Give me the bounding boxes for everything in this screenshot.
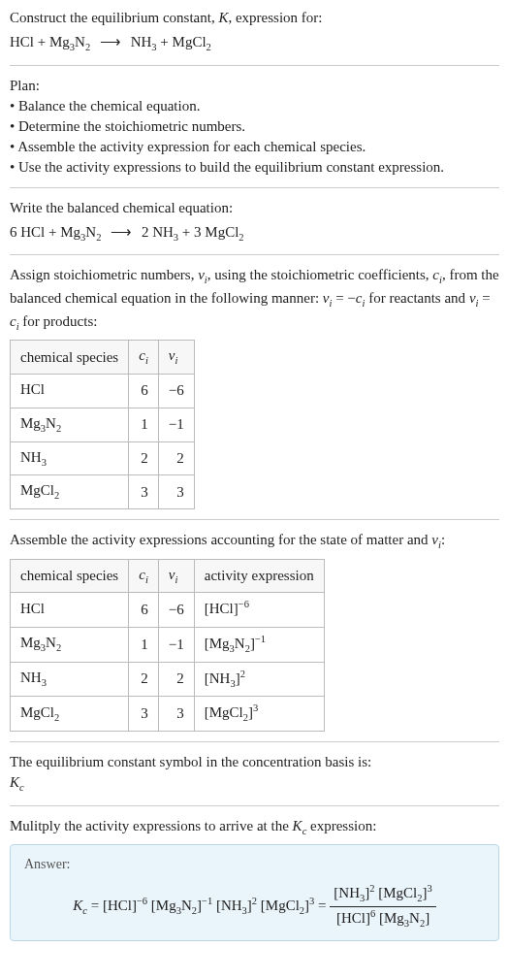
cell-species: Mg3N2 (11, 408, 129, 441)
coef-4: 3 (194, 224, 202, 240)
product-2-sub: 2 (207, 42, 211, 52)
cell-ci: 2 (129, 662, 159, 697)
final-section: Mulitply the activity expressions to arr… (10, 816, 499, 942)
reactant-2-sub2: 2 (85, 42, 90, 52)
plan-item: Use the activity expressions to build th… (10, 157, 499, 178)
cell-ci: 6 (129, 593, 159, 628)
table-header-row: chemical species ci νi (11, 341, 195, 375)
table-row: NH3 2 2 [NH3]2 (11, 662, 325, 697)
balanced-section: Write the balanced chemical equation: 6 … (10, 198, 499, 245)
cell-ci: 6 (129, 375, 159, 408)
cell-activity: [Mg3N2]−1 (194, 627, 324, 662)
col-species: chemical species (11, 341, 129, 375)
cell-species: HCl (11, 593, 129, 628)
divider (10, 741, 499, 742)
cell-species: NH3 (11, 441, 129, 475)
species-4-sub: 2 (239, 232, 243, 243)
plan-item: Determine the stoichiometric numbers. (10, 116, 499, 137)
col-ci: ci (129, 341, 159, 375)
stoich-section: Assign stoichiometric numbers, νi, using… (10, 265, 499, 509)
fraction-denominator: [HCl]6 [Mg3N2] (330, 907, 435, 931)
basis-symbol: Kc (10, 772, 499, 796)
k-var: K (218, 10, 228, 25)
cell-ci: 1 (129, 627, 159, 662)
table-row: NH3 2 2 (11, 441, 195, 475)
activity-intro: Assemble the activity expressions accoun… (10, 530, 499, 553)
cell-ci: 3 (129, 475, 159, 509)
coef-3: 2 (142, 224, 149, 240)
coef-1: 6 (10, 224, 17, 240)
stoich-intro: Assign stoichiometric numbers, νi, using… (10, 265, 499, 334)
stoich-table: chemical species ci νi HCl 6 −6 Mg3N2 1 … (10, 340, 195, 508)
species-3-sub: 3 (174, 232, 178, 243)
plan-item: Balance the chemical equation. (10, 96, 499, 116)
cell-nui: −1 (158, 627, 194, 662)
species-4: MgCl (205, 224, 239, 240)
plan-item: Assemble the activity expression for eac… (10, 137, 499, 157)
cell-ci: 1 (129, 408, 159, 441)
cell-nui: 3 (158, 475, 194, 509)
cell-species: HCl (11, 375, 129, 408)
table-row: Mg3N2 1 −1 [Mg3N2]−1 (11, 627, 325, 662)
cell-activity: [MgCl2]3 (194, 697, 324, 732)
basis-line1: The equilibrium constant symbol in the c… (10, 752, 499, 772)
cell-nui: −6 (158, 375, 194, 408)
divider (10, 254, 499, 255)
cell-ci: 2 (129, 441, 159, 475)
cell-ci: 3 (129, 697, 159, 732)
cell-activity: [HCl]−6 (194, 593, 324, 628)
prompt-text-2: , expression for: (228, 10, 322, 25)
product-2: MgCl (173, 34, 207, 49)
plan-title: Plan: (10, 76, 499, 96)
reactant-2a: Mg (49, 34, 70, 49)
prompt-text: Construct the equilibrium constant, (10, 10, 218, 25)
cell-species: MgCl2 (11, 475, 129, 509)
product-1: NH (131, 34, 152, 49)
basis-section: The equilibrium constant symbol in the c… (10, 752, 499, 796)
cell-species: MgCl2 (11, 697, 129, 732)
table-header-row: chemical species ci νi activity expressi… (11, 559, 325, 593)
cell-nui: 3 (158, 697, 194, 732)
table-row: MgCl2 3 3 [MgCl2]3 (11, 697, 325, 732)
col-ci: ci (129, 559, 159, 593)
species-3: NH (152, 224, 174, 240)
col-nui: νi (158, 341, 194, 375)
kc-expression: Kc = [HCl]−6 [Mg3N2]−1 [NH3]2 [MgCl2]3 =… (24, 882, 485, 931)
unbalanced-equation: HCl + Mg3N2 ⟶ NH3 + MgCl2 (10, 32, 499, 55)
product-1-sub: 3 (151, 42, 156, 52)
plan-section: Plan: Balance the chemical equation. Det… (10, 76, 499, 178)
table-row: MgCl2 3 3 (11, 475, 195, 509)
prompt-section: Construct the equilibrium constant, K, e… (10, 8, 499, 28)
cell-nui: 2 (158, 662, 194, 697)
fraction-numerator: [NH3]2 [MgCl2]3 (330, 882, 435, 907)
divider (10, 187, 499, 188)
cell-species: Mg3N2 (11, 627, 129, 662)
col-species: chemical species (11, 559, 129, 593)
plan-list: Balance the chemical equation. Determine… (10, 96, 499, 178)
balanced-intro: Write the balanced chemical equation: (10, 198, 499, 218)
table-row: HCl 6 −6 [HCl]−6 (11, 593, 325, 628)
species-2b: N (85, 224, 96, 240)
species-1: HCl (20, 224, 45, 240)
answer-box: Answer: Kc = [HCl]−6 [Mg3N2]−1 [NH3]2 [M… (10, 844, 499, 941)
arrow-icon: ⟶ (100, 34, 121, 49)
divider (10, 519, 499, 520)
cell-nui: −1 (158, 408, 194, 441)
table-row: HCl 6 −6 (11, 375, 195, 408)
answer-label: Answer: (24, 855, 485, 874)
cell-species: NH3 (11, 662, 129, 697)
species-2a: Mg (60, 224, 80, 240)
table-row: Mg3N2 1 −1 (11, 408, 195, 441)
divider (10, 805, 499, 806)
balanced-equation: 6 HCl + Mg3N2 ⟶ 2 NH3 + 3 MgCl2 (10, 222, 499, 245)
col-activity: activity expression (194, 559, 324, 593)
reactant-1: HCl (10, 34, 34, 49)
cell-nui: −6 (158, 593, 194, 628)
species-2-sub2: 2 (96, 232, 101, 243)
reactant-2b: N (75, 34, 85, 49)
activity-table: chemical species ci νi activity expressi… (10, 559, 325, 732)
final-intro: Mulitply the activity expressions to arr… (10, 816, 499, 839)
cell-activity: [NH3]2 (194, 662, 324, 697)
activity-section: Assemble the activity expressions accoun… (10, 530, 499, 732)
col-nui: νi (158, 559, 194, 593)
